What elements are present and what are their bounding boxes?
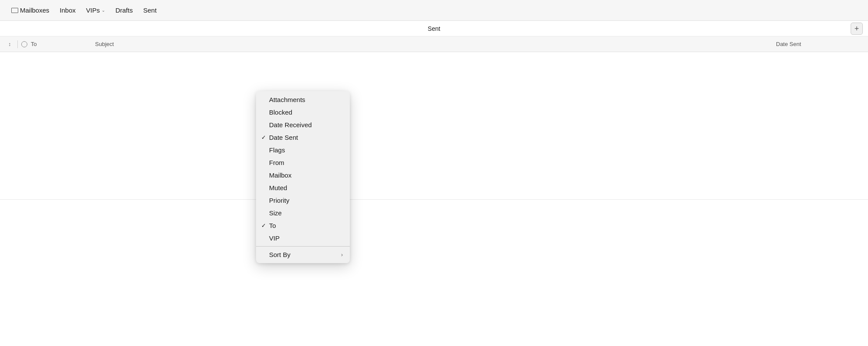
status-circle-icon xyxy=(21,41,27,47)
menu-label-blocked: Blocked xyxy=(269,109,343,116)
col-header-subject: Subject xyxy=(95,41,773,47)
check-muted xyxy=(261,185,269,191)
vips-chevron-icon: ⌄ xyxy=(102,8,105,13)
context-menu: Attachments Blocked Date Received ✓ Date… xyxy=(256,91,350,263)
compose-icon: + xyxy=(855,25,859,33)
menu-label-sort-by: Sort By xyxy=(269,251,341,258)
mailboxes-label: Mailboxes xyxy=(20,7,49,14)
mailboxes-icon xyxy=(11,8,18,13)
menu-label-to: To xyxy=(269,222,343,229)
check-priority xyxy=(261,197,269,204)
menu-item-attachments[interactable]: Attachments xyxy=(256,93,350,106)
menu-label-date-received: Date Received xyxy=(269,121,343,129)
check-from xyxy=(261,159,269,166)
menu-separator xyxy=(256,246,350,247)
menu-item-date-sent[interactable]: ✓ Date Sent xyxy=(256,131,350,144)
page-title: Sent xyxy=(428,25,441,32)
check-blocked xyxy=(261,109,269,115)
drafts-label: Drafts xyxy=(115,7,133,14)
check-mailbox xyxy=(261,172,269,178)
menu-item-date-received[interactable]: Date Received xyxy=(256,119,350,131)
nav-sent[interactable]: Sent xyxy=(139,5,161,16)
menu-item-muted[interactable]: Muted xyxy=(256,181,350,194)
check-date-received xyxy=(261,122,269,128)
nav-drafts[interactable]: Drafts xyxy=(111,5,137,16)
menu-label-size: Size xyxy=(269,209,343,217)
menu-label-vip: VIP xyxy=(269,234,343,242)
menu-label-priority: Priority xyxy=(269,197,343,204)
menu-label-muted: Muted xyxy=(269,184,343,191)
menu-item-flags[interactable]: Flags xyxy=(256,144,350,156)
nav-mailboxes[interactable]: Mailboxes xyxy=(7,5,54,16)
menu-item-mailbox[interactable]: Mailbox xyxy=(256,169,350,181)
check-date-sent: ✓ xyxy=(261,134,269,141)
menu-label-attachments: Attachments xyxy=(269,96,343,103)
main-content: Attachments Blocked Date Received ✓ Date… xyxy=(0,52,868,346)
menu-item-blocked[interactable]: Blocked xyxy=(256,106,350,119)
check-vip xyxy=(261,235,269,241)
col-header-to: To xyxy=(31,41,92,47)
menu-item-size[interactable]: Size xyxy=(256,207,350,219)
menu-label-mailbox: Mailbox xyxy=(269,171,343,179)
col-header-date-sent: Date Sent xyxy=(776,41,863,47)
check-flags xyxy=(261,147,269,153)
vips-label: VIPs xyxy=(86,7,100,14)
menu-item-vip[interactable]: VIP xyxy=(256,232,350,244)
menu-item-from[interactable]: From xyxy=(256,156,350,169)
column-headers: ↕ To Subject Date Sent xyxy=(0,36,868,52)
content-divider xyxy=(0,199,868,200)
check-size xyxy=(261,210,269,216)
inbox-label: Inbox xyxy=(60,7,76,14)
submenu-arrow-icon: › xyxy=(341,251,343,258)
nav-bar: Mailboxes Inbox VIPs ⌄ Drafts Sent xyxy=(0,0,868,21)
menu-label-flags: Flags xyxy=(269,146,343,154)
sent-label: Sent xyxy=(143,7,157,14)
title-bar: Sent + xyxy=(0,21,868,36)
header-divider xyxy=(17,40,18,48)
check-attachments xyxy=(261,96,269,103)
check-to: ✓ xyxy=(261,222,269,229)
compose-button[interactable]: + xyxy=(851,23,863,35)
nav-inbox[interactable]: Inbox xyxy=(56,5,80,16)
check-sort-by xyxy=(261,251,269,258)
nav-vips[interactable]: VIPs ⌄ xyxy=(82,5,109,16)
menu-item-sort-by[interactable]: Sort By › xyxy=(256,248,350,261)
menu-label-date-sent: Date Sent xyxy=(269,134,343,141)
menu-item-priority[interactable]: Priority xyxy=(256,194,350,207)
sort-button[interactable]: ↕ xyxy=(5,40,14,49)
menu-label-from: From xyxy=(269,159,343,166)
menu-item-to[interactable]: ✓ To xyxy=(256,219,350,232)
